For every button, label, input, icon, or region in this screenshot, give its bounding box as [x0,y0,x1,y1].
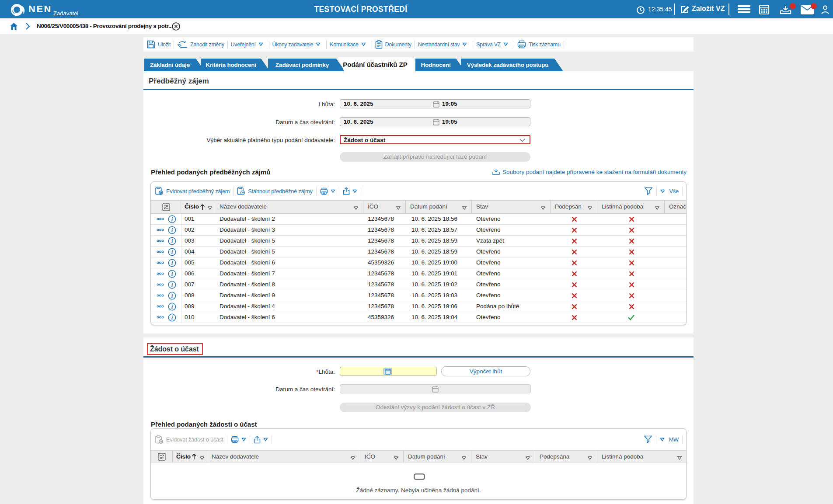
svg-text:i: i [171,238,173,244]
svg-text:i: i [171,292,173,299]
svg-text:i: i [171,227,173,233]
svg-text:i: i [171,216,173,222]
svg-text:i: i [171,260,173,266]
svg-text:i: i [171,249,173,255]
svg-text:i: i [171,271,173,277]
svg-text:i: i [171,303,173,310]
svg-text:i: i [171,282,173,288]
svg-text:i: i [171,314,173,321]
